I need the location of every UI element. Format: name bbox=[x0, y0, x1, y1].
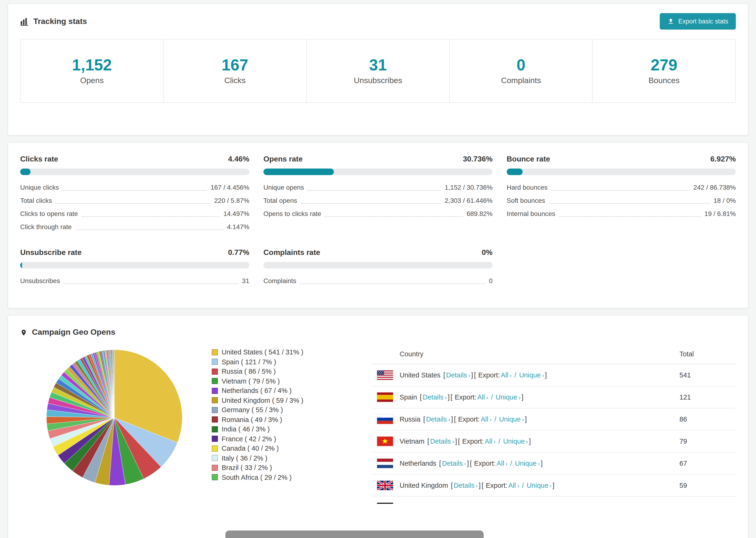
dotted-leader bbox=[63, 190, 207, 190]
dotted-leader bbox=[82, 216, 220, 217]
export-all-link[interactable]: All› bbox=[508, 482, 519, 489]
legend-label: France ( 42 / 2% ) bbox=[222, 435, 276, 443]
legend-swatch bbox=[212, 398, 218, 404]
dotted-leader bbox=[551, 190, 689, 190]
details-link[interactable]: Details› bbox=[442, 459, 466, 467]
country-name: Vietnam bbox=[400, 438, 424, 445]
bounces-count: 279 bbox=[593, 56, 735, 74]
country-cell: United Kingdom [Details›] [Export:All›/U… bbox=[377, 481, 679, 490]
bracket: ] bbox=[467, 459, 469, 467]
geo-table: Country Total United States [Details›] [… bbox=[372, 344, 736, 504]
complaints-rate-progress-bar bbox=[263, 262, 493, 269]
rate-row-value: 31 bbox=[242, 274, 249, 287]
export-all-link[interactable]: All› bbox=[481, 415, 491, 423]
bracket: ] bbox=[553, 482, 554, 489]
bracket: [ bbox=[439, 459, 441, 467]
legend-swatch bbox=[212, 349, 218, 355]
export-basic-stats-button[interactable]: Export basic stats bbox=[660, 13, 736, 29]
total-value: 121 bbox=[679, 394, 731, 401]
pie-legend: United States ( 541 / 31% ) Spain ( 121 … bbox=[212, 348, 329, 482]
bracket: [ bbox=[458, 438, 460, 445]
total-value: 59 bbox=[679, 482, 731, 489]
geo-table-header: Country Total bbox=[372, 344, 736, 364]
rate-row-label: Total opens bbox=[263, 194, 297, 207]
rate-value: 4.46% bbox=[228, 155, 249, 163]
stat-box-clicks: 167 Clicks bbox=[164, 39, 307, 102]
stat-box-complaints: 0 Complaints bbox=[450, 39, 593, 102]
country-name: Spain bbox=[400, 394, 417, 401]
details-link[interactable]: Details› bbox=[423, 394, 447, 401]
legend-swatch bbox=[212, 436, 218, 442]
details-link[interactable]: Details› bbox=[426, 415, 450, 423]
rate-row: Total clicks220 / 5.87% bbox=[20, 194, 249, 207]
legend-item: Romania ( 49 / 3% ) bbox=[212, 415, 329, 424]
rate-row: Total opens2,303 / 61.446% bbox=[263, 194, 493, 207]
rate-row: Opens to clicks rate689.82% bbox=[263, 207, 493, 220]
stat-box-bounces: 279 Bounces bbox=[593, 39, 735, 102]
export-label: Export: bbox=[478, 371, 500, 379]
rate-row-value: 19 / 6.81% bbox=[704, 207, 736, 220]
details-link[interactable]: Details› bbox=[446, 371, 470, 379]
dotted-leader bbox=[559, 216, 701, 217]
flag-icon-netherlands bbox=[377, 459, 393, 468]
rate-row-value: 18 / 0% bbox=[714, 194, 736, 207]
horizontal-scrollbar-thumb[interactable] bbox=[225, 530, 484, 538]
tracking-stats-title: Tracking stats bbox=[20, 17, 87, 26]
progress-fill bbox=[263, 169, 334, 175]
rate-block-complaints: Complaints rate 0% Complaints0 bbox=[263, 248, 493, 287]
legend-swatch bbox=[212, 368, 218, 375]
progress-fill bbox=[507, 169, 523, 175]
rate-block-opens: Opens rate 30.736% Unique opens1,152 / 3… bbox=[263, 155, 493, 233]
total-value: 86 bbox=[679, 415, 731, 423]
export-unique-link[interactable]: Unique› bbox=[519, 371, 544, 379]
country-cell: Russia [Details›] [Export:All›/Unique›] bbox=[377, 414, 679, 424]
country-name: Netherlands bbox=[400, 459, 436, 467]
details-link[interactable]: Details› bbox=[430, 438, 454, 445]
table-row: Russia [Details›] [Export:All›/Unique›] … bbox=[372, 408, 736, 430]
bracket: [ bbox=[443, 371, 445, 379]
rate-block-bounce: Bounce rate 6.927% Hard bounces242 / 86.… bbox=[507, 155, 736, 233]
progress-fill bbox=[20, 169, 30, 175]
export-all-link[interactable]: All› bbox=[501, 371, 512, 379]
export-all-link[interactable]: All› bbox=[497, 459, 507, 467]
legend-item: Spain ( 121 / 7% ) bbox=[212, 357, 329, 367]
export-label: Export: bbox=[486, 482, 507, 489]
rates-card: Clicks rate 4.46% Unique clicks167 / 4.4… bbox=[8, 142, 748, 308]
geo-pie-chart bbox=[45, 348, 184, 487]
export-unique-link[interactable]: Unique› bbox=[496, 394, 520, 401]
export-all-link[interactable]: All› bbox=[477, 394, 488, 401]
progress-fill bbox=[20, 262, 22, 269]
legend-label: Canada ( 40 / 2% ) bbox=[222, 445, 279, 452]
geo-opens-card: Campaign Geo Opens United States ( 541 /… bbox=[8, 315, 748, 538]
country-cell: Netherlands [Details›] [Export:All›/Uniq… bbox=[377, 459, 679, 468]
export-unique-link[interactable]: Unique› bbox=[503, 438, 528, 445]
flag-icon-united-states bbox=[377, 370, 393, 380]
rate-row-value: 0 bbox=[489, 274, 493, 287]
rate-row: Unsubscribes31 bbox=[20, 274, 249, 287]
legend-label: Romania ( 49 / 3% ) bbox=[222, 416, 282, 423]
export-all-link[interactable]: All› bbox=[485, 438, 496, 445]
rate-row-label: Click through rate bbox=[20, 220, 72, 233]
legend-item: Brazil ( 33 / 2% ) bbox=[212, 463, 329, 472]
flag-icon-spain bbox=[377, 393, 393, 402]
export-unique-link[interactable]: Unique› bbox=[527, 482, 552, 489]
rate-value: 0.77% bbox=[228, 248, 249, 257]
country-name: United Kingdom bbox=[400, 482, 448, 489]
table-row: Vietnam [Details›] [Export:All›/Unique›]… bbox=[372, 430, 736, 453]
opens-label: Opens bbox=[21, 76, 163, 85]
legend-label: Vietnam ( 79 / 5% ) bbox=[222, 377, 280, 385]
rate-row-label: Unsubscribes bbox=[20, 274, 60, 287]
rate-value: 30.736% bbox=[463, 155, 493, 163]
legend-item: United Kingdom ( 59 / 3% ) bbox=[212, 396, 329, 405]
bracket: [ bbox=[451, 394, 453, 401]
country-header: Country bbox=[400, 350, 679, 357]
rate-row-value: 14.497% bbox=[223, 207, 249, 220]
table-row: Netherlands [Details›] [Export:All›/Uniq… bbox=[372, 453, 736, 475]
rate-row-label: Unique opens bbox=[263, 181, 304, 194]
bracket: ] bbox=[521, 394, 523, 401]
details-link[interactable]: Details› bbox=[454, 482, 478, 489]
export-unique-link[interactable]: Unique› bbox=[499, 415, 524, 423]
legend-item: France ( 42 / 2% ) bbox=[212, 434, 329, 444]
export-unique-link[interactable]: Unique› bbox=[515, 459, 540, 467]
stats-row: 1,152 Opens 167 Clicks 31 Unsubscribes 0… bbox=[20, 39, 736, 103]
